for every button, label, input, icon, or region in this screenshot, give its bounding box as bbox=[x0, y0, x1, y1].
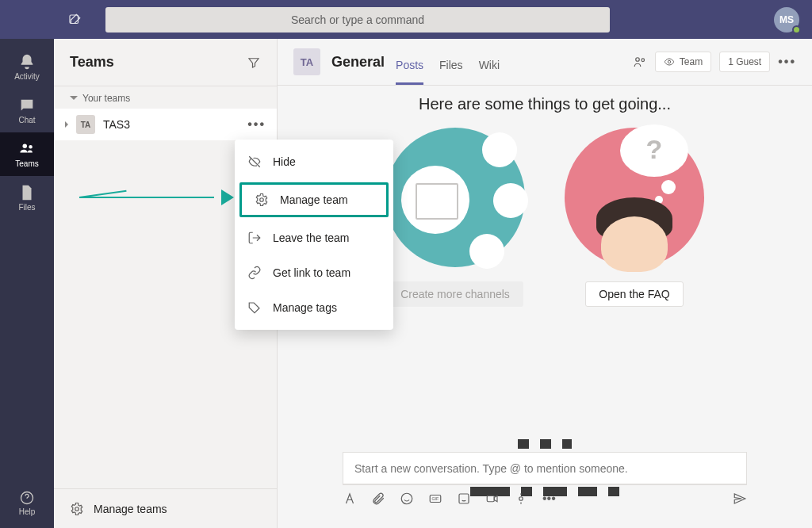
gear-icon bbox=[70, 502, 84, 516]
open-faq-button[interactable]: Open the FAQ bbox=[585, 281, 684, 307]
menu-get-link[interactable]: Get link to team bbox=[235, 255, 393, 290]
teams-title: Teams bbox=[70, 54, 114, 71]
svg-point-2 bbox=[29, 145, 32, 148]
meet-icon[interactable] bbox=[485, 492, 500, 506]
welcome-heading: Here are some things to get going... bbox=[278, 95, 812, 113]
card-create-channels: Create more channels bbox=[385, 128, 525, 307]
manage-teams-label: Manage teams bbox=[94, 503, 167, 515]
compose-more-icon[interactable]: ••• bbox=[542, 492, 556, 506]
svg-point-13 bbox=[519, 497, 523, 501]
rail-label: Activity bbox=[14, 72, 40, 81]
bell-icon bbox=[18, 53, 36, 71]
sticker-icon[interactable] bbox=[457, 492, 471, 506]
team-context-menu: Hide Manage team Leave the team Get link… bbox=[235, 140, 393, 330]
tab-posts[interactable]: Posts bbox=[396, 59, 423, 85]
teams-section-header[interactable]: Your teams bbox=[54, 86, 277, 109]
visibility-pill[interactable]: Team bbox=[655, 52, 711, 72]
hide-icon bbox=[247, 155, 262, 169]
help-icon bbox=[19, 490, 35, 506]
compose-toolbar: GIF ••• bbox=[343, 492, 747, 506]
format-icon[interactable] bbox=[343, 492, 357, 506]
rail-label: Chat bbox=[18, 116, 35, 124]
menu-hide[interactable]: Hide bbox=[235, 144, 393, 179]
filter-icon[interactable] bbox=[247, 55, 261, 70]
org-icon[interactable] bbox=[633, 55, 647, 69]
attach-icon[interactable] bbox=[371, 492, 385, 506]
teams-panel-header: Teams bbox=[54, 39, 277, 86]
card-faq: Open the FAQ bbox=[565, 128, 704, 307]
channel-more-button[interactable]: ••• bbox=[778, 55, 796, 69]
chevron-right-icon bbox=[65, 121, 68, 128]
menu-label: Get link to team bbox=[273, 266, 350, 279]
stream-icon[interactable] bbox=[514, 492, 528, 506]
compose-input[interactable]: Start a new conversation. Type @ to ment… bbox=[343, 452, 747, 485]
team-badge: TA bbox=[76, 115, 95, 134]
annotation-arrow bbox=[79, 192, 234, 203]
svg-point-7 bbox=[668, 60, 671, 63]
menu-label: Leave the team bbox=[273, 231, 350, 244]
svg-point-1 bbox=[23, 144, 28, 149]
emoji-icon[interactable] bbox=[400, 492, 414, 506]
rail-label: Help bbox=[19, 507, 36, 516]
gear-icon bbox=[255, 193, 269, 207]
channels-illustration bbox=[385, 128, 525, 267]
svg-rect-12 bbox=[487, 495, 494, 502]
svg-point-5 bbox=[636, 58, 640, 62]
rail-label: Files bbox=[18, 203, 35, 212]
rail-teams[interactable]: Teams bbox=[0, 132, 54, 176]
channel-header: TA General Posts Files Wiki Team 1 Guest… bbox=[278, 39, 812, 86]
compose-area: Start a new conversation. Type @ to ment… bbox=[343, 452, 747, 506]
svg-point-14 bbox=[260, 198, 264, 202]
team-row[interactable]: TA TAS3 ••• bbox=[54, 109, 277, 140]
rail-activity[interactable]: Activity bbox=[0, 45, 54, 89]
title-bar: Search or type a command MS bbox=[0, 0, 812, 39]
menu-manage-tags[interactable]: Manage tags bbox=[235, 290, 393, 325]
tab-wiki[interactable]: Wiki bbox=[479, 59, 500, 85]
tab-files[interactable]: Files bbox=[439, 59, 463, 85]
channel-name: General bbox=[331, 54, 385, 71]
team-more-button[interactable]: ••• bbox=[247, 117, 266, 132]
channel-tabs: Posts Files Wiki bbox=[396, 39, 500, 85]
menu-leave-team[interactable]: Leave the team bbox=[235, 220, 393, 255]
chat-icon bbox=[18, 97, 36, 114]
rail-chat[interactable]: Chat bbox=[0, 89, 54, 132]
manage-teams-button[interactable]: Manage teams bbox=[54, 488, 277, 528]
guest-pill[interactable]: 1 Guest bbox=[719, 52, 770, 72]
svg-rect-11 bbox=[459, 494, 469, 503]
rail-help[interactable]: Help bbox=[0, 481, 54, 525]
search-input[interactable]: Search or type a command bbox=[105, 7, 610, 33]
link-icon bbox=[247, 266, 262, 280]
tag-icon bbox=[247, 300, 262, 315]
channel-badge: TA bbox=[293, 48, 320, 75]
team-name: TAS3 bbox=[103, 118, 130, 131]
files-icon bbox=[18, 184, 36, 201]
svg-point-8 bbox=[401, 493, 412, 504]
menu-label: Manage tags bbox=[273, 301, 337, 314]
visibility-label: Team bbox=[680, 56, 703, 67]
svg-point-4 bbox=[75, 507, 79, 511]
leave-icon bbox=[247, 231, 262, 245]
compose-icon[interactable] bbox=[67, 13, 82, 27]
app-rail: Activity Chat Teams Files Help bbox=[0, 39, 54, 528]
create-channels-button[interactable]: Create more channels bbox=[387, 281, 523, 307]
rail-files[interactable]: Files bbox=[0, 176, 54, 220]
svg-point-6 bbox=[642, 59, 645, 62]
faq-illustration bbox=[565, 128, 704, 267]
section-label: Your teams bbox=[82, 93, 130, 104]
teams-icon bbox=[18, 140, 36, 158]
menu-manage-team[interactable]: Manage team bbox=[239, 182, 389, 217]
rail-label: Teams bbox=[15, 159, 38, 168]
presence-available-icon bbox=[792, 25, 801, 34]
menu-label: Manage team bbox=[280, 193, 348, 206]
gif-icon[interactable]: GIF bbox=[428, 492, 442, 506]
send-icon[interactable] bbox=[733, 492, 747, 506]
menu-label: Hide bbox=[273, 155, 296, 168]
chevron-down-icon bbox=[70, 96, 78, 100]
svg-text:GIF: GIF bbox=[432, 496, 439, 501]
